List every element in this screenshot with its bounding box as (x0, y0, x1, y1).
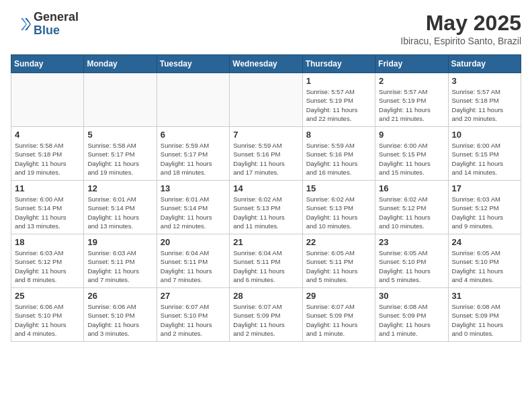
calendar-day-empty (84, 73, 157, 127)
day-info: Sunrise: 5:57 AM Sunset: 5:19 PM Dayligh… (306, 87, 371, 123)
day-info: Sunrise: 5:58 AM Sunset: 5:17 PM Dayligh… (87, 141, 152, 177)
day-number: 24 (452, 237, 517, 247)
day-number: 10 (452, 130, 517, 140)
day-info: Sunrise: 6:01 AM Sunset: 5:14 PM Dayligh… (161, 195, 226, 230)
logo-icon (11, 14, 31, 34)
calendar-day-20: 20Sunrise: 6:04 AM Sunset: 5:11 PM Dayli… (157, 234, 229, 288)
svg-marker-0 (25, 18, 31, 30)
day-info: Sunrise: 5:58 AM Sunset: 5:18 PM Dayligh… (15, 141, 80, 177)
day-info: Sunrise: 5:59 AM Sunset: 5:17 PM Dayligh… (161, 141, 226, 177)
day-number: 6 (161, 130, 226, 140)
day-number: 13 (161, 183, 226, 193)
day-number: 11 (15, 183, 80, 193)
weekday-header-tuesday: Tuesday (157, 55, 229, 73)
calendar-day-14: 14Sunrise: 6:02 AM Sunset: 5:13 PM Dayli… (230, 181, 302, 234)
weekday-header-sunday: Sunday (11, 55, 84, 73)
day-number: 30 (379, 291, 444, 301)
day-number: 31 (452, 291, 517, 301)
calendar-day-empty (11, 73, 84, 127)
calendar-day-1: 1Sunrise: 5:57 AM Sunset: 5:19 PM Daylig… (302, 73, 375, 127)
calendar-day-30: 30Sunrise: 6:08 AM Sunset: 5:09 PM Dayli… (375, 288, 448, 342)
day-number: 21 (233, 237, 298, 247)
calendar-day-9: 9Sunrise: 6:00 AM Sunset: 5:15 PM Daylig… (375, 127, 448, 181)
main-title: May 2025 (400, 11, 521, 36)
calendar-day-24: 24Sunrise: 6:05 AM Sunset: 5:10 PM Dayli… (448, 234, 521, 288)
day-number: 29 (306, 291, 371, 301)
calendar-day-11: 11Sunrise: 6:00 AM Sunset: 5:14 PM Dayli… (11, 181, 84, 234)
day-number: 15 (306, 183, 371, 193)
logo-general-text: General (34, 11, 79, 24)
day-number: 17 (452, 183, 517, 193)
calendar-day-21: 21Sunrise: 6:04 AM Sunset: 5:11 PM Dayli… (230, 234, 302, 288)
day-info: Sunrise: 6:07 AM Sunset: 5:09 PM Dayligh… (233, 302, 298, 338)
day-info: Sunrise: 6:03 AM Sunset: 5:11 PM Dayligh… (87, 248, 152, 284)
day-number: 16 (379, 183, 444, 193)
day-info: Sunrise: 6:05 AM Sunset: 5:11 PM Dayligh… (306, 248, 371, 284)
day-info: Sunrise: 5:57 AM Sunset: 5:18 PM Dayligh… (452, 87, 517, 123)
calendar-day-29: 29Sunrise: 6:07 AM Sunset: 5:09 PM Dayli… (302, 288, 375, 342)
location-subtitle: Ibiracu, Espirito Santo, Brazil (400, 36, 521, 46)
page-header: General Blue May 2025 Ibiracu, Espirito … (11, 11, 521, 46)
day-info: Sunrise: 6:06 AM Sunset: 5:10 PM Dayligh… (87, 302, 152, 338)
calendar-day-28: 28Sunrise: 6:07 AM Sunset: 5:09 PM Dayli… (230, 288, 302, 342)
day-info: Sunrise: 6:03 AM Sunset: 5:12 PM Dayligh… (15, 248, 80, 284)
day-info: Sunrise: 6:06 AM Sunset: 5:10 PM Dayligh… (15, 302, 80, 338)
calendar-week-4: 18Sunrise: 6:03 AM Sunset: 5:12 PM Dayli… (11, 234, 521, 288)
calendar-day-empty (157, 73, 229, 127)
logo-text: General Blue (34, 11, 79, 38)
calendar-day-3: 3Sunrise: 5:57 AM Sunset: 5:18 PM Daylig… (448, 73, 521, 127)
day-info: Sunrise: 6:02 AM Sunset: 5:12 PM Dayligh… (379, 195, 444, 230)
day-info: Sunrise: 6:07 AM Sunset: 5:09 PM Dayligh… (306, 302, 371, 338)
day-number: 14 (233, 183, 298, 193)
calendar-day-2: 2Sunrise: 5:57 AM Sunset: 5:19 PM Daylig… (375, 73, 448, 127)
calendar-day-27: 27Sunrise: 6:07 AM Sunset: 5:10 PM Dayli… (157, 288, 229, 342)
day-info: Sunrise: 6:07 AM Sunset: 5:10 PM Dayligh… (161, 302, 226, 338)
day-number: 19 (87, 237, 152, 247)
title-block: May 2025 Ibiracu, Espirito Santo, Brazil (400, 11, 521, 46)
day-number: 12 (87, 183, 152, 193)
calendar-day-31: 31Sunrise: 6:08 AM Sunset: 5:09 PM Dayli… (448, 288, 521, 342)
calendar-week-3: 11Sunrise: 6:00 AM Sunset: 5:14 PM Dayli… (11, 181, 521, 234)
calendar-day-10: 10Sunrise: 6:00 AM Sunset: 5:15 PM Dayli… (448, 127, 521, 181)
day-info: Sunrise: 6:04 AM Sunset: 5:11 PM Dayligh… (233, 248, 298, 284)
calendar-week-5: 25Sunrise: 6:06 AM Sunset: 5:10 PM Dayli… (11, 288, 521, 342)
day-info: Sunrise: 5:59 AM Sunset: 5:16 PM Dayligh… (306, 141, 371, 177)
calendar-day-13: 13Sunrise: 6:01 AM Sunset: 5:14 PM Dayli… (157, 181, 229, 234)
calendar-day-26: 26Sunrise: 6:06 AM Sunset: 5:10 PM Dayli… (84, 288, 157, 342)
calendar-day-18: 18Sunrise: 6:03 AM Sunset: 5:12 PM Dayli… (11, 234, 84, 288)
day-number: 1 (306, 76, 371, 86)
calendar-day-17: 17Sunrise: 6:03 AM Sunset: 5:12 PM Dayli… (448, 181, 521, 234)
day-info: Sunrise: 6:02 AM Sunset: 5:13 PM Dayligh… (306, 195, 371, 230)
calendar-day-16: 16Sunrise: 6:02 AM Sunset: 5:12 PM Dayli… (375, 181, 448, 234)
day-info: Sunrise: 5:57 AM Sunset: 5:19 PM Dayligh… (379, 87, 444, 123)
weekday-header-row: SundayMondayTuesdayWednesdayThursdayFrid… (11, 55, 521, 73)
day-info: Sunrise: 6:03 AM Sunset: 5:12 PM Dayligh… (452, 195, 517, 230)
calendar-day-25: 25Sunrise: 6:06 AM Sunset: 5:10 PM Dayli… (11, 288, 84, 342)
day-info: Sunrise: 5:59 AM Sunset: 5:16 PM Dayligh… (233, 141, 298, 177)
day-info: Sunrise: 6:05 AM Sunset: 5:10 PM Dayligh… (379, 248, 444, 284)
calendar-day-23: 23Sunrise: 6:05 AM Sunset: 5:10 PM Dayli… (375, 234, 448, 288)
weekday-header-saturday: Saturday (448, 55, 521, 73)
weekday-header-monday: Monday (84, 55, 157, 73)
svg-marker-1 (21, 18, 27, 30)
calendar-week-2: 4Sunrise: 5:58 AM Sunset: 5:18 PM Daylig… (11, 127, 521, 181)
calendar-day-8: 8Sunrise: 5:59 AM Sunset: 5:16 PM Daylig… (302, 127, 375, 181)
calendar-day-4: 4Sunrise: 5:58 AM Sunset: 5:18 PM Daylig… (11, 127, 84, 181)
day-info: Sunrise: 6:00 AM Sunset: 5:15 PM Dayligh… (379, 141, 444, 177)
day-number: 18 (15, 237, 80, 247)
day-number: 4 (15, 130, 80, 140)
weekday-header-thursday: Thursday (302, 55, 375, 73)
day-number: 26 (87, 291, 152, 301)
day-info: Sunrise: 6:02 AM Sunset: 5:13 PM Dayligh… (233, 195, 298, 230)
day-number: 25 (15, 291, 80, 301)
calendar-day-12: 12Sunrise: 6:01 AM Sunset: 5:14 PM Dayli… (84, 181, 157, 234)
day-info: Sunrise: 6:08 AM Sunset: 5:09 PM Dayligh… (452, 302, 517, 338)
day-number: 9 (379, 130, 444, 140)
day-number: 22 (306, 237, 371, 247)
weekday-header-friday: Friday (375, 55, 448, 73)
day-info: Sunrise: 6:05 AM Sunset: 5:10 PM Dayligh… (452, 248, 517, 284)
calendar-day-empty (230, 73, 302, 127)
weekday-header-wednesday: Wednesday (230, 55, 302, 73)
day-number: 8 (306, 130, 371, 140)
day-info: Sunrise: 6:01 AM Sunset: 5:14 PM Dayligh… (87, 195, 152, 230)
